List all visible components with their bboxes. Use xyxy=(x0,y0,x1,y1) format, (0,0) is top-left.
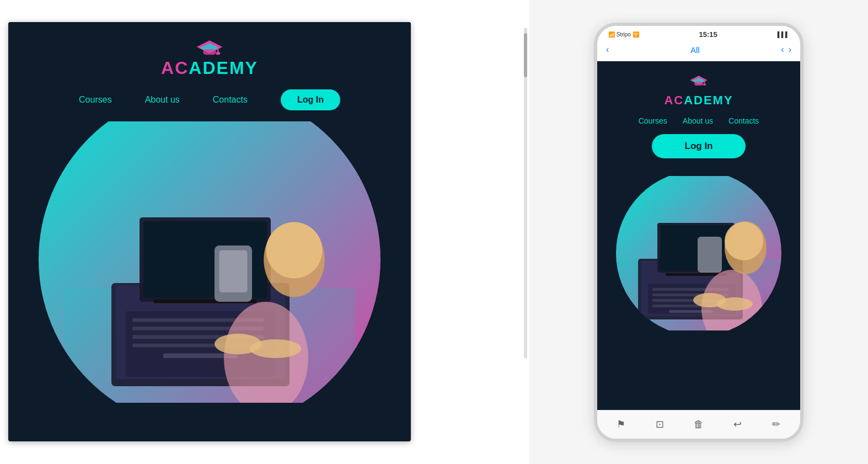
scrollbar-thumb xyxy=(524,33,527,77)
svg-point-24 xyxy=(249,339,301,358)
svg-rect-4 xyxy=(203,49,216,55)
desktop-email-container: ACADEMY Courses About us Contacts Log In xyxy=(8,22,411,441)
phone-nav-courses[interactable]: Courses xyxy=(639,116,667,125)
desktop-logo-text: ACADEMY xyxy=(161,58,258,78)
desktop-logo-area: ACADEMY xyxy=(19,39,400,78)
phone-hero-area xyxy=(597,176,800,330)
phone-nav-about[interactable]: About us xyxy=(683,116,713,125)
mobile-preview-panel: 📶 Stripo 🛜 15:15 ▌▌▌ ‹ All ‹ › xyxy=(529,0,868,464)
phone-email-content: ACADEMY Courses About us Contacts Log In xyxy=(597,61,800,410)
desktop-nav-courses[interactable]: Courses xyxy=(79,95,112,105)
desktop-nav-contacts[interactable]: Contacts xyxy=(213,95,248,105)
desktop-hero-circle xyxy=(39,121,381,403)
toolbar-compose-icon[interactable]: ✏ xyxy=(770,418,783,431)
phone-prev-arrow[interactable]: ‹ xyxy=(781,45,784,55)
desktop-nav: Courses About us Contacts Log In xyxy=(19,89,400,110)
phone-toolbar: ⚑ ⊡ 🗑 ↩ ✏ xyxy=(597,410,800,439)
svg-point-28 xyxy=(703,83,706,85)
phone-nav-contacts[interactable]: Contacts xyxy=(728,116,759,125)
phone-hero-circle xyxy=(616,176,781,330)
phone-back-arrow[interactable]: ‹ xyxy=(606,45,609,55)
phone-login-button[interactable]: Log In xyxy=(652,134,746,158)
svg-rect-46 xyxy=(698,237,722,273)
desktop-hero-area xyxy=(8,121,411,403)
phone-arrows-group: ‹ › xyxy=(781,45,791,55)
desktop-login-button[interactable]: Log In xyxy=(281,89,340,110)
hero-illustration xyxy=(65,121,355,403)
phone-email-header: ACADEMY Courses About us Contacts Log In xyxy=(597,61,800,176)
phone-time: 15:15 xyxy=(699,30,717,39)
svg-point-45 xyxy=(725,222,763,260)
svg-rect-29 xyxy=(694,82,703,86)
toolbar-trash-icon[interactable]: 🗑 xyxy=(692,418,705,431)
svg-point-20 xyxy=(266,222,322,278)
signal-icon: 📶 Stripo 🛜 xyxy=(608,31,639,38)
phone-status-bar: 📶 Stripo 🛜 15:15 ▌▌▌ xyxy=(597,26,800,41)
phone-nav-links: Courses About us Contacts xyxy=(606,116,791,125)
desktop-preview-panel: ACADEMY Courses About us Contacts Log In xyxy=(0,0,529,464)
phone-all-label[interactable]: All xyxy=(690,45,700,55)
toolbar-flag-icon[interactable]: ⚑ xyxy=(614,418,628,431)
desktop-email-header: ACADEMY Courses About us Contacts Log In xyxy=(8,22,411,121)
desktop-scrollbar[interactable] xyxy=(524,28,527,359)
svg-point-3 xyxy=(216,52,220,55)
phone-logo-text: ACADEMY xyxy=(606,93,791,108)
phone-hero-illustration xyxy=(616,176,781,330)
graduation-cap-icon xyxy=(196,39,223,58)
phone-next-arrow[interactable]: › xyxy=(789,45,791,55)
svg-point-48 xyxy=(716,297,753,311)
desktop-nav-about[interactable]: About us xyxy=(145,95,180,105)
toolbar-reply-icon[interactable]: ↩ xyxy=(731,418,744,431)
phone-navigation-bar: ‹ All ‹ › xyxy=(597,41,800,61)
phone-graduation-cap-icon xyxy=(689,74,708,88)
toolbar-folder-icon[interactable]: ⊡ xyxy=(653,418,667,431)
svg-rect-22 xyxy=(219,250,247,292)
phone-frame: 📶 Stripo 🛜 15:15 ▌▌▌ ‹ All ‹ › xyxy=(594,23,803,442)
battery-icon: ▌▌▌ xyxy=(778,31,789,38)
